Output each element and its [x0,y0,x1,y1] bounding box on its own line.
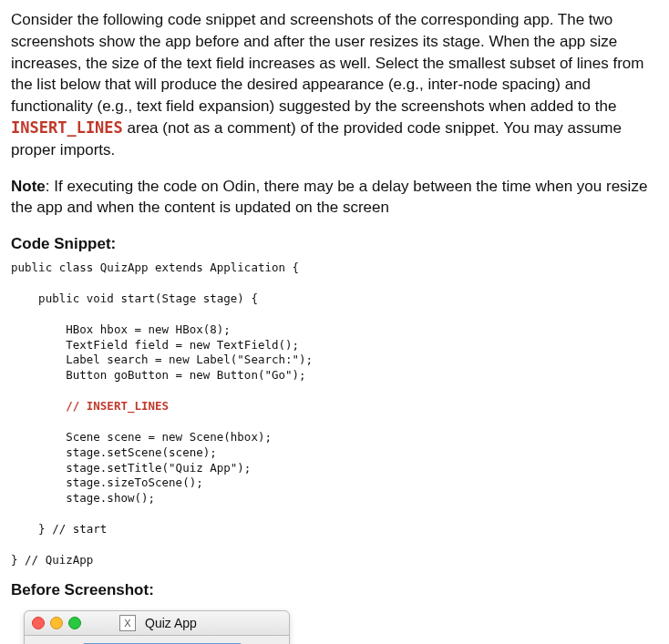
code-line: stage.sizeToScene(); [11,475,203,489]
maximize-icon[interactable] [68,617,81,629]
code-line: TextField field = new TextField(); [11,338,299,352]
code-line: stage.show(); [11,491,155,505]
app-content: Search: Go [25,636,289,644]
code-line: Scene scene = new Scene(hbox); [11,430,272,444]
code-line: } // QuizApp [11,553,93,567]
note-body: : If executing the code on Odin, there m… [11,178,647,217]
note-text: Note: If executing the code on Odin, the… [11,176,658,220]
code-snippet-heading: Code Snippet: [11,235,658,253]
code-line: public void start(Stage stage) { [11,291,258,305]
code-snippet: public class QuizApp extends Application… [11,261,658,568]
question-text: Consider the following code snippet and … [11,9,658,161]
insert-lines-marker: // INSERT_LINES [11,399,169,413]
code-line: stage.setScene(scene); [11,445,217,459]
before-screenshot-heading: Before Screenshot: [11,581,658,599]
app-icon: X [119,615,136,631]
insert-lines-keyword: INSERT_LINES [11,118,123,137]
code-line: HBox hbox = new HBox(8); [11,322,231,336]
close-icon[interactable] [32,617,45,629]
code-line: Label search = new Label("Search:"); [11,353,313,366]
note-label: Note [11,178,46,195]
question-part1: Consider the following code snippet and … [11,11,644,115]
code-line: } // start [11,522,107,536]
code-line: Button goButton = new Button("Go"); [11,368,306,382]
titlebar: X Quiz App [25,611,289,636]
window-title: Quiz App [145,616,197,630]
code-line: public class QuizApp extends Application… [11,261,299,274]
code-line: stage.setTitle("Quiz App"); [11,461,251,475]
app-window: X Quiz App Search: Go [24,610,290,644]
minimize-icon[interactable] [50,617,63,629]
